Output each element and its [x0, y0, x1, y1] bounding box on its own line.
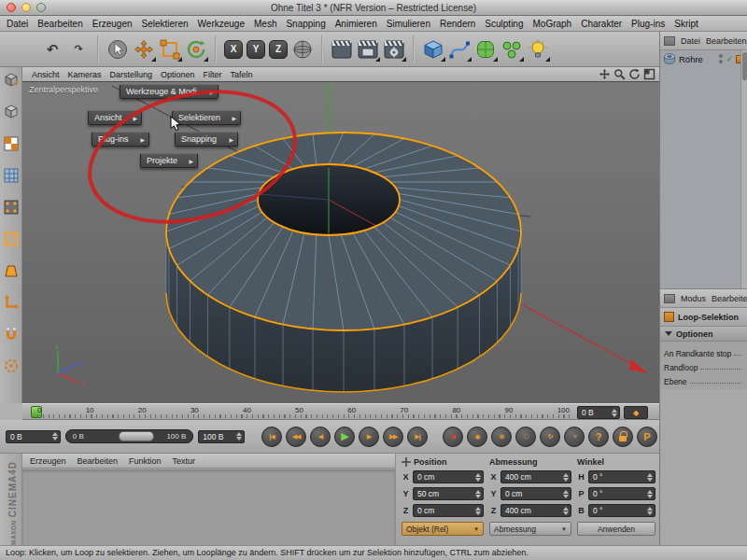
help-button[interactable]: ? — [588, 427, 609, 447]
menubar-item[interactable]: Werkzeuge — [193, 19, 249, 29]
popup-projekte[interactable]: Projekte▶ — [140, 153, 198, 168]
spinner-icon[interactable] — [472, 507, 481, 515]
position-y-field[interactable]: 50 cm — [413, 487, 484, 500]
am-menu-modus[interactable]: Modus — [681, 294, 706, 303]
menubar-item[interactable]: Datei — [2, 19, 33, 29]
menubar-item[interactable]: Simulieren — [382, 19, 435, 29]
enabled-check-icon[interactable]: ✓ — [726, 54, 733, 63]
menubar-item[interactable]: Animieren — [331, 19, 382, 29]
undo-button[interactable]: ↶ — [39, 36, 65, 63]
scrollbar-thumb[interactable] — [742, 52, 747, 80]
rotate-view-icon[interactable] — [628, 68, 641, 80]
vp-menu-ansicht[interactable]: Ansicht — [32, 70, 60, 79]
pan-view-icon[interactable] — [599, 68, 611, 80]
z-axis-lock-button[interactable]: Z — [269, 40, 288, 59]
p-button[interactable]: P — [637, 427, 657, 447]
model-mode-button[interactable] — [3, 104, 20, 120]
object-list[interactable]: Röhre ✓ — [660, 50, 747, 289]
toggle-view-icon[interactable] — [643, 68, 655, 80]
menubar-item[interactable]: Rendern — [435, 19, 480, 29]
spinner-icon[interactable] — [472, 490, 481, 498]
record-position-button[interactable]: ⊕ — [491, 427, 512, 447]
spinner-icon[interactable] — [644, 507, 653, 515]
record-rotation-button[interactable]: ↻ — [540, 427, 560, 447]
light-object-button[interactable] — [525, 36, 551, 63]
material-list-area[interactable] — [22, 469, 395, 545]
spinner-icon[interactable] — [233, 432, 242, 441]
texture-mode-button[interactable] — [3, 135, 20, 152]
vp-menu-tafeln[interactable]: Tafeln — [231, 70, 253, 79]
angle-b-field[interactable]: 0 ° — [588, 504, 655, 517]
om-menu-datei[interactable]: Datei — [681, 36, 700, 46]
position-z-field[interactable]: 0 cm — [413, 504, 484, 517]
range-slider-handle[interactable] — [119, 431, 154, 441]
attribute-row[interactable]: An Randkante stop — [664, 344, 743, 358]
x-axis-lock-button[interactable]: X — [224, 40, 243, 59]
attribute-row[interactable]: Ebene — [664, 372, 743, 386]
material-menu-item[interactable]: Bearbeiten — [78, 456, 119, 466]
spinner-icon[interactable] — [644, 490, 653, 498]
menubar-item[interactable]: Charakter — [576, 19, 627, 29]
spinner-icon[interactable] — [49, 432, 58, 441]
menubar-item[interactable]: Selektieren — [137, 19, 193, 29]
material-menu-item[interactable]: Textur — [173, 456, 196, 466]
cube-primitive-button[interactable] — [420, 36, 446, 63]
zoom-view-icon[interactable] — [613, 68, 626, 80]
popup-ansicht[interactable]: Ansicht▶ — [88, 110, 142, 125]
polygons-mode-button[interactable] — [3, 262, 20, 279]
popup-werkzeuge-modi[interactable]: Werkzeuge & Modi▶ — [120, 84, 218, 99]
lock-button[interactable] — [613, 427, 633, 447]
popup-plugins[interactable]: Plug-ins▶ — [92, 132, 149, 147]
menubar-item[interactable]: Plug-ins — [627, 19, 669, 29]
record-scale-button[interactable]: □ — [515, 427, 536, 447]
live-selection-button[interactable] — [105, 36, 131, 63]
spinner-icon[interactable] — [560, 507, 569, 515]
subdivision-surface-button[interactable] — [472, 36, 499, 63]
visibility-dots-icon[interactable] — [719, 54, 723, 63]
next-frame-button[interactable]: ▶ — [359, 427, 379, 447]
spinner-icon[interactable] — [609, 409, 617, 417]
y-axis-lock-button[interactable]: Y — [247, 40, 265, 59]
menubar-item[interactable]: MoGraph — [528, 19, 576, 29]
render-picture-viewer-button[interactable] — [355, 36, 381, 63]
menubar-item[interactable]: Mesh — [249, 19, 281, 29]
material-menu-item[interactable]: Funktion — [129, 456, 162, 466]
vp-menu-darstellung[interactable]: Darstellung — [110, 70, 153, 79]
axis-mode-button[interactable] — [3, 294, 20, 311]
menubar-item[interactable]: Bearbeiten — [33, 19, 87, 29]
snap-toggle-button[interactable] — [3, 357, 20, 374]
current-frame-field[interactable]: 0 B — [6, 430, 61, 443]
previous-frame-button[interactable]: ◀ — [310, 427, 331, 447]
section-optionen[interactable]: Optionen — [660, 327, 747, 342]
record-keyframe-button[interactable]: ● — [443, 427, 463, 447]
angle-p-field[interactable]: 0 ° — [588, 487, 655, 500]
popup-snapping[interactable]: Snapping▶ — [175, 132, 238, 147]
angle-h-field[interactable]: 0 ° — [588, 470, 655, 483]
menubar-item[interactable]: Skript — [669, 19, 703, 29]
coordinate-system-button[interactable] — [289, 36, 316, 63]
object-row-roehre[interactable]: Röhre ✓ — [660, 50, 747, 67]
points-mode-button[interactable] — [3, 199, 20, 216]
size-x-field[interactable]: 400 cm — [500, 470, 571, 483]
object-list-scrollbar[interactable] — [740, 50, 747, 288]
frame-range-slider[interactable]: 0 B 100 B — [65, 429, 194, 443]
array-object-button[interactable] — [499, 36, 525, 63]
spinner-icon[interactable] — [644, 473, 653, 482]
next-key-button[interactable]: ▶▶ — [383, 427, 403, 447]
viewport-canvas[interactable] — [22, 82, 659, 403]
timeline-frame-field[interactable]: 0 B — [577, 406, 620, 419]
popup-selektieren[interactable]: Selektieren▶ — [172, 110, 241, 125]
scale-tool-button[interactable] — [157, 36, 183, 63]
spinner-icon[interactable] — [560, 490, 569, 498]
attribute-row[interactable]: Randloop — [664, 358, 743, 372]
workplane-mode-button[interactable] — [3, 167, 20, 184]
vp-menu-kameras[interactable]: Kameras — [68, 70, 102, 79]
spline-pen-button[interactable] — [446, 36, 472, 63]
vp-menu-optionen[interactable]: Optionen — [161, 70, 195, 79]
apply-button[interactable]: Anwenden — [577, 522, 655, 536]
make-editable-button[interactable] — [3, 72, 20, 89]
magnet-tool-button[interactable] — [3, 326, 20, 343]
autokey-button[interactable]: ◉ — [467, 427, 487, 447]
redo-button[interactable]: ↷ — [65, 36, 92, 63]
spinner-icon[interactable] — [560, 473, 569, 482]
